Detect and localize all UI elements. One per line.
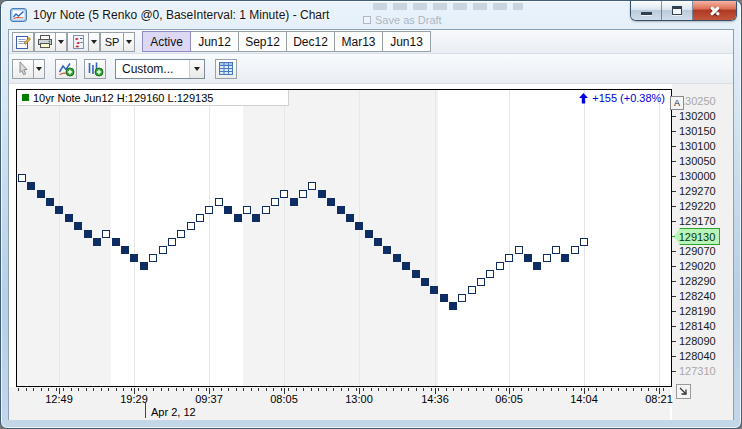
price-axis-label: 130250	[679, 95, 716, 107]
renko-brick	[580, 238, 588, 246]
tab-jun12[interactable]: Jun12	[190, 31, 239, 52]
price-tick	[672, 221, 676, 222]
time-minor-tick	[161, 388, 162, 391]
price-tick	[672, 296, 676, 297]
renko-brick	[337, 206, 345, 214]
time-axis-label: 14:04	[570, 393, 598, 405]
renko-brick	[552, 246, 560, 254]
time-minor-tick	[18, 388, 19, 391]
time-minor-tick	[513, 388, 514, 391]
printer-icon	[37, 34, 53, 49]
renko-brick	[458, 294, 466, 302]
chartbook-dropdown[interactable]	[89, 32, 100, 52]
renko-brick	[412, 270, 420, 278]
minimize-button[interactable]	[631, 1, 662, 20]
session-stripe	[243, 90, 438, 386]
time-minor-tick	[408, 388, 409, 391]
time-minor-tick	[93, 388, 94, 391]
price-axis-label: 128140	[679, 320, 716, 332]
time-minor-tick	[536, 388, 537, 391]
add-study-button[interactable]	[55, 59, 77, 79]
time-minor-tick	[386, 388, 387, 391]
tab-dec12[interactable]: Dec12	[286, 31, 335, 52]
chart-properties-button[interactable]	[12, 32, 34, 52]
time-minor-tick	[33, 388, 34, 391]
pointer-tool-dropdown[interactable]	[34, 59, 45, 79]
close-button[interactable]	[693, 1, 736, 20]
price-axis-label: 129070	[679, 245, 716, 257]
time-minor-tick	[588, 388, 589, 391]
time-minor-tick	[468, 388, 469, 391]
time-minor-tick	[573, 388, 574, 391]
pointer-tool-button[interactable]	[12, 59, 34, 79]
price-tick	[672, 206, 676, 207]
tab-sep12[interactable]: Sep12	[238, 31, 287, 52]
time-gridline	[509, 90, 510, 386]
price-tick	[672, 326, 676, 327]
client-area: SP ActiveJun12Sep12Dec12Mar13Jun13	[8, 29, 734, 420]
time-minor-tick	[663, 388, 664, 391]
renko-brick	[308, 182, 316, 190]
time-minor-tick	[86, 388, 87, 391]
tab-active[interactable]: Active	[142, 31, 191, 52]
restore-button[interactable]	[662, 1, 693, 20]
renko-brick	[393, 254, 401, 262]
renko-brick	[496, 262, 504, 270]
time-minor-tick	[656, 388, 657, 391]
time-minor-tick	[236, 388, 237, 391]
renko-brick	[140, 262, 148, 270]
renko-brick	[402, 262, 410, 270]
scale-adjust-button[interactable]	[676, 384, 691, 399]
renko-brick	[440, 294, 448, 302]
net-change-readout: +155 (+0.38%)	[579, 92, 665, 104]
tab-jun13[interactable]: Jun13	[382, 31, 431, 52]
renko-brick	[561, 254, 569, 262]
price-tick	[672, 176, 676, 177]
time-minor-tick	[116, 388, 117, 391]
app-window: 10yr Note (5 Renko @0, BaseInterval: 1 M…	[0, 0, 742, 429]
renko-brick	[327, 198, 335, 206]
price-axis-label: 129020	[679, 260, 716, 272]
time-axis-label: 14:36	[421, 393, 449, 405]
time-minor-tick	[56, 388, 57, 391]
time-axis-label: 08:05	[270, 393, 298, 405]
timeframe-select[interactable]: Custom...	[115, 59, 205, 79]
print-dropdown[interactable]	[56, 32, 67, 52]
time-minor-tick	[198, 388, 199, 391]
time-minor-tick	[581, 388, 582, 391]
time-minor-tick	[266, 388, 267, 391]
tab-mar13[interactable]: Mar13	[334, 31, 383, 52]
add-chart-button[interactable]	[84, 59, 106, 79]
timeframe-select-dropdown[interactable]	[189, 60, 204, 78]
renko-brick	[112, 238, 120, 246]
symbol-dropdown[interactable]	[124, 32, 135, 52]
session-stripe	[438, 90, 671, 386]
time-axis[interactable]: Apr 2, 12 12:4919:2909:3708:0513:0014:36…	[9, 387, 670, 420]
price-axis-label: 127310	[679, 365, 716, 377]
title-bar[interactable]: 10yr Note (5 Renko @0, BaseInterval: 1 M…	[1, 1, 741, 29]
time-minor-tick	[108, 388, 109, 391]
chartbook-button[interactable]	[67, 32, 89, 52]
time-minor-tick	[146, 388, 147, 391]
time-minor-tick	[228, 388, 229, 391]
print-button[interactable]	[34, 32, 56, 52]
time-minor-tick	[138, 388, 139, 391]
renko-brick	[374, 238, 382, 246]
time-minor-tick	[453, 388, 454, 391]
time-minor-tick	[101, 388, 102, 391]
timeframe-select-value: Custom...	[116, 62, 189, 76]
time-minor-tick	[221, 388, 222, 391]
autoscale-button[interactable]: A	[670, 96, 684, 110]
price-axis-label: 129270	[679, 185, 716, 197]
trade-dom-button[interactable]	[215, 59, 237, 79]
time-minor-tick	[341, 388, 342, 391]
chart-plot[interactable]: 10yr Note Jun12 H:129160 L:129135 +155 (…	[16, 89, 672, 387]
price-tick	[672, 146, 676, 147]
price-axis[interactable]: 1302501302001301501301001300501300001292…	[672, 84, 733, 420]
renko-brick	[93, 238, 101, 246]
symbol-button[interactable]: SP	[100, 32, 124, 52]
ghost-checkbox	[363, 16, 371, 24]
time-minor-tick	[551, 388, 552, 391]
time-minor-tick	[243, 388, 244, 391]
chartbook-icon	[71, 34, 86, 50]
